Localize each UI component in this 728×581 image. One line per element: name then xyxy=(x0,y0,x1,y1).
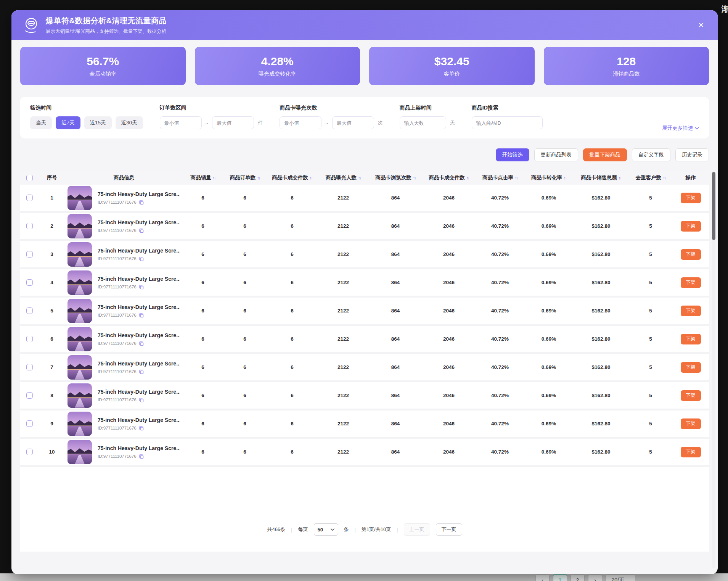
row-checkbox[interactable] xyxy=(26,195,33,201)
cell-customers: 5 xyxy=(629,195,672,201)
cell-total: $162.80 xyxy=(573,308,629,314)
cell-card-deals-2: 2046 xyxy=(422,336,476,342)
copy-icon[interactable] xyxy=(139,200,144,205)
copy-icon[interactable] xyxy=(139,454,144,459)
sort-icon[interactable]: ↑↓ xyxy=(257,175,260,180)
sort-icon[interactable]: ↑↓ xyxy=(514,175,517,180)
cell-card-deals: 6 xyxy=(267,449,318,455)
row-checkbox[interactable] xyxy=(26,420,33,427)
product-id-input[interactable] xyxy=(472,116,543,129)
remove-button[interactable]: 下架 xyxy=(681,334,701,344)
row-checkbox[interactable] xyxy=(26,336,33,342)
col-ctr[interactable]: 商品卡点击率↑↓ xyxy=(476,174,524,181)
product-image xyxy=(67,383,92,408)
cell-ctr: 40.72% xyxy=(476,223,524,229)
expand-more-filters-link[interactable]: 展开更多筛选 xyxy=(662,125,699,132)
cell-exposure: 2122 xyxy=(318,308,369,314)
close-icon[interactable]: ✕ xyxy=(696,19,706,31)
col-card-deals-2[interactable]: 商品卡成交件数↑↓ xyxy=(422,174,476,181)
remove-button[interactable]: 下架 xyxy=(681,362,701,373)
prev-page-button[interactable]: 上一页 xyxy=(404,523,430,536)
listing-days-input[interactable] xyxy=(400,116,446,129)
order-max-input[interactable] xyxy=(212,116,254,129)
exposure-max-input[interactable] xyxy=(332,116,374,129)
cell-sales: 6 xyxy=(183,393,223,398)
col-card-deals[interactable]: 商品卡成交件数↑↓ xyxy=(267,174,318,181)
mini-next-button[interactable]: › xyxy=(588,575,602,581)
sort-icon[interactable]: ↑↓ xyxy=(413,175,416,180)
remove-button[interactable]: 下架 xyxy=(681,390,701,401)
copy-icon[interactable] xyxy=(139,256,144,261)
cell-card-deals: 6 xyxy=(267,251,318,257)
col-action: 操作 xyxy=(672,174,709,181)
table-row: 475-inch Heavy-Duty Large Scre...ID:9771… xyxy=(20,269,709,298)
remove-button[interactable]: 下架 xyxy=(681,221,701,232)
row-checkbox[interactable] xyxy=(26,449,33,455)
copy-icon[interactable] xyxy=(139,228,144,233)
row-checkbox[interactable] xyxy=(26,223,33,229)
cell-card-deals: 6 xyxy=(267,336,318,342)
row-checkbox[interactable] xyxy=(26,307,33,314)
cell-exposure: 2122 xyxy=(318,336,369,342)
col-cvr[interactable]: 商品卡转化率↑↓ xyxy=(524,174,573,181)
remove-button[interactable]: 下架 xyxy=(681,193,701,203)
select-all-checkbox[interactable] xyxy=(26,175,33,181)
table-row: 275-inch Heavy-Duty Large Scre...ID:9771… xyxy=(20,213,709,241)
stat-label: 客单价 xyxy=(444,71,460,77)
underlying-page-text: 渐 xyxy=(722,4,728,14)
sort-icon[interactable]: ↑↓ xyxy=(662,175,665,180)
stat-card-stagnant: 128 滞销商品数 xyxy=(544,47,709,85)
copy-icon[interactable] xyxy=(139,398,144,402)
sort-icon[interactable]: ↑↓ xyxy=(358,175,361,180)
remove-button[interactable]: 下架 xyxy=(681,418,701,429)
sort-icon[interactable]: ↑↓ xyxy=(309,175,312,180)
row-checkbox[interactable] xyxy=(26,392,33,399)
copy-icon[interactable] xyxy=(139,313,144,318)
row-checkbox[interactable] xyxy=(26,251,33,258)
scrollbar-thumb[interactable] xyxy=(712,172,715,240)
page-size-select[interactable]: 50 xyxy=(314,523,338,536)
next-page-button[interactable]: 下一页 xyxy=(436,523,462,536)
remove-button[interactable]: 下架 xyxy=(681,306,701,316)
time-chip-30d[interactable]: 近30天 xyxy=(116,116,143,129)
row-checkbox[interactable] xyxy=(26,279,33,286)
mini-page-2[interactable]: 2 xyxy=(571,575,585,581)
copy-icon[interactable] xyxy=(139,369,144,374)
product-id: ID:97711110771676 xyxy=(98,398,137,402)
order-min-input[interactable] xyxy=(160,116,202,129)
sort-icon[interactable]: ↑↓ xyxy=(466,175,469,180)
sort-icon[interactable]: ↑↓ xyxy=(618,175,621,180)
mini-page-1[interactable]: 1 xyxy=(553,575,567,581)
mini-page-size-select[interactable]: 20/页⌄ xyxy=(606,575,635,581)
remove-button[interactable]: 下架 xyxy=(681,277,701,288)
copy-icon[interactable] xyxy=(139,285,144,290)
time-chip-7d[interactable]: 近7天 xyxy=(56,116,80,129)
batch-remove-button[interactable]: 批量下架商品 xyxy=(583,148,627,161)
row-checkbox[interactable] xyxy=(26,364,33,370)
exposure-min-input[interactable] xyxy=(280,116,321,129)
remove-button[interactable]: 下架 xyxy=(681,249,701,260)
cell-sales: 6 xyxy=(183,223,223,229)
sort-icon[interactable]: ↑↓ xyxy=(212,175,215,180)
time-chip-15d[interactable]: 近15天 xyxy=(84,116,112,129)
history-button[interactable]: 历史记录 xyxy=(675,148,709,161)
start-filter-button[interactable]: 开始筛选 xyxy=(496,148,529,161)
col-total-sales[interactable]: 商品卡销售总额↑↓ xyxy=(573,174,629,181)
cell-card-deals-2: 2046 xyxy=(422,364,476,370)
col-sales[interactable]: 商品销量↑↓ xyxy=(183,174,223,181)
copy-icon[interactable] xyxy=(139,426,144,431)
col-unique-customers[interactable]: 去重客户数↑↓ xyxy=(629,174,672,181)
time-chip-today[interactable]: 当天 xyxy=(30,116,52,129)
col-exposure[interactable]: 商品曝光人数↑↓ xyxy=(318,174,369,181)
copy-icon[interactable] xyxy=(139,341,144,346)
mini-prev-button[interactable]: ‹ xyxy=(535,575,550,581)
col-product-info: 商品信息 xyxy=(65,174,183,181)
update-list-button[interactable]: 更新商品列表 xyxy=(534,148,578,161)
cell-ctr: 40.72% xyxy=(476,364,524,370)
table-scrollbar[interactable] xyxy=(712,171,715,568)
col-views[interactable]: 商品卡浏览次数↑↓ xyxy=(369,174,422,181)
custom-fields-button[interactable]: 自定义字段 xyxy=(632,148,671,161)
col-orders[interactable]: 商品订单数↑↓ xyxy=(223,174,267,181)
remove-button[interactable]: 下架 xyxy=(681,447,701,457)
sort-icon[interactable]: ↑↓ xyxy=(563,175,566,180)
